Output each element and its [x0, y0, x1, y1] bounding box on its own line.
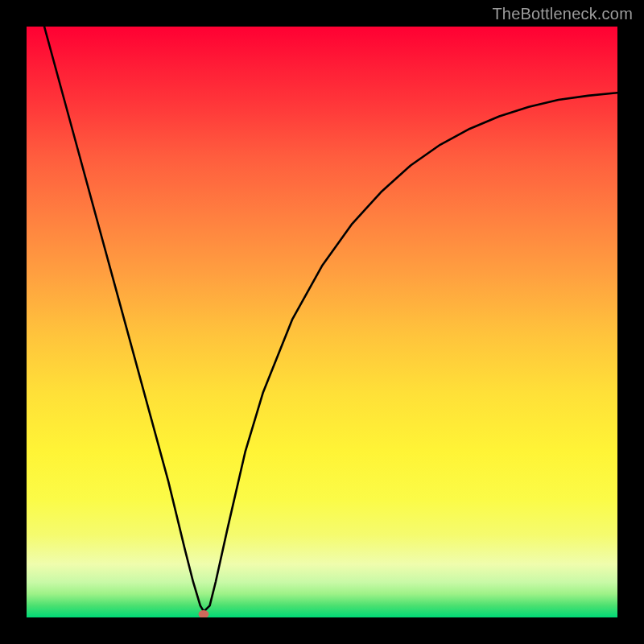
plot-area	[27, 27, 617, 617]
chart-frame: TheBottleneck.com	[0, 0, 644, 644]
optimal-point-marker	[199, 610, 209, 617]
bottleneck-curve	[27, 27, 617, 617]
watermark-text: TheBottleneck.com	[492, 5, 633, 23]
